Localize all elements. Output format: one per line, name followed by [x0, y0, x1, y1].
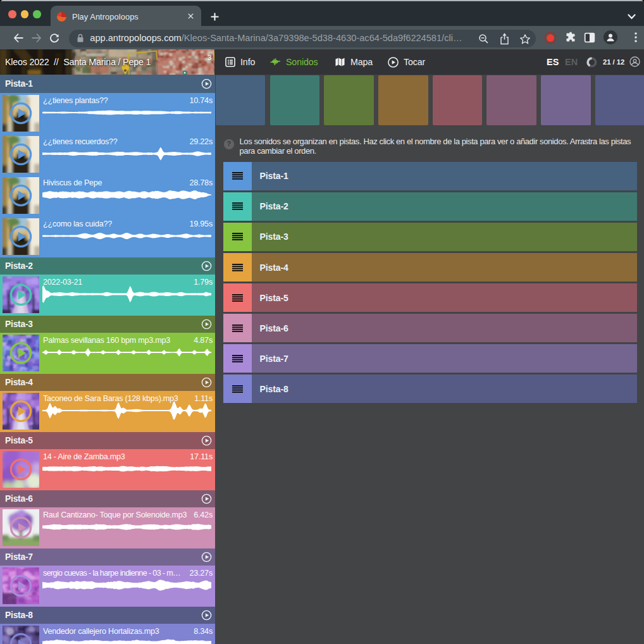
svg-text:3: 3: [207, 54, 211, 61]
